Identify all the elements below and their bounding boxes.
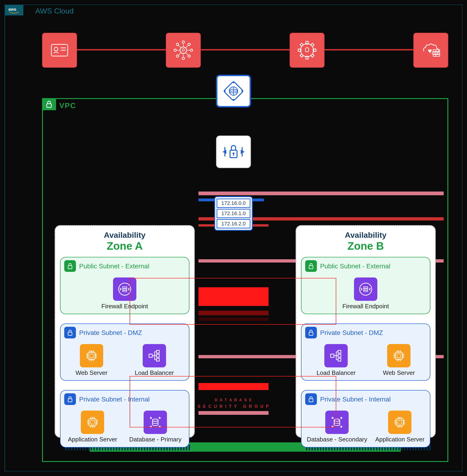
lock-icon [305,260,317,272]
svg-point-49 [119,283,131,295]
app-server-a: Application Server [68,410,117,443]
svg-rect-91 [363,289,368,290]
svg-rect-72 [68,399,72,402]
svg-point-44 [233,99,234,101]
web-server-a: Web Server [75,344,107,376]
compute-icon [80,344,103,367]
svg-rect-73 [89,419,96,426]
compute-icon [81,410,104,434]
svg-point-89 [360,283,372,295]
svg-line-20 [178,53,181,55]
lock-icon [305,327,317,338]
internet-gateway-icon [216,75,251,107]
connector-line [198,311,269,315]
lock-icon [64,260,76,272]
svg-line-19 [186,45,188,48]
firewall-icon [354,278,377,301]
vpc-badge [42,98,56,110]
svg-rect-95 [338,350,341,353]
svg-rect-55 [90,354,93,357]
connector-line [198,411,269,415]
subnet-public-a: Public Subnet - External Firewall Endpoi… [60,257,189,314]
svg-rect-90 [363,287,368,288]
svg-point-46 [241,90,243,92]
cidr-2: 172.16.2.0 [217,219,250,228]
database-icon [325,410,349,434]
svg-point-87 [153,419,158,421]
svg-rect-99 [397,354,401,357]
svg-point-7 [182,57,184,60]
db-security-group-label: D A T A B A S E S E C U R I T Y G R O U … [197,397,269,410]
svg-point-13 [188,55,190,57]
cidr-1: 172.16.1.0 [217,209,250,218]
connector-line [198,287,269,306]
waf-icon [413,33,448,68]
firewall-icon [113,278,136,301]
svg-point-5 [180,47,187,53]
lock-icon [64,327,76,338]
svg-point-10 [176,43,179,46]
connector-line [198,383,269,390]
az-b-title: Availability Zone B [301,231,430,252]
svg-rect-68 [149,354,152,357]
svg-point-43 [233,81,234,83]
availability-zone-a: Availability Zone A Public Subnet - Exte… [55,225,195,438]
svg-rect-92 [363,290,368,292]
svg-point-113 [334,419,340,421]
svg-rect-47 [47,104,51,107]
svg-rect-74 [91,420,94,424]
svg-point-11 [188,43,190,46]
security-hub-icon [166,33,201,68]
firewall-endpoint-a: Firewall Endpoint [101,278,148,310]
svg-rect-98 [395,352,402,359]
lock-icon [45,100,53,108]
subnet-internal-b: Private Subnet - Internal Database - Sec… [301,390,430,447]
svg-line-18 [178,45,181,48]
svg-rect-50 [123,287,127,288]
app-server-b: Application Server [375,410,425,443]
lock-icon [305,393,317,405]
subnet-internal-a: Private Subnet - Internal Application Se… [60,390,189,447]
connector-line [198,192,444,195]
firewall-endpoint-b: Firewall Endpoint [342,278,389,310]
availability-zone-b: Availability Zone B Public Subnet - Exte… [296,225,436,438]
compute-icon [388,410,411,434]
svg-rect-97 [338,358,341,361]
svg-rect-88 [309,265,313,269]
cidr-0: 172.16.0.0 [217,198,250,208]
aws-logo-icon: aws [8,7,20,13]
svg-rect-115 [398,420,402,424]
svg-rect-94 [331,354,334,357]
network-acl-icon [216,135,251,168]
vpc-label: VPC [59,101,76,110]
svg-rect-33 [433,54,440,56]
svg-point-8 [174,49,176,51]
database-primary: Database - Primary [129,410,182,443]
svg-rect-114 [396,419,403,426]
svg-rect-96 [338,354,341,357]
svg-point-2 [54,47,58,51]
load-balancer-icon [143,344,166,367]
load-balancer-b: Load Balancer [316,344,356,376]
database-secondary: Database - Secondary [307,410,367,443]
svg-point-6 [182,41,184,43]
compute-icon [387,344,411,367]
lock-icon [64,393,76,405]
config-icon [289,33,324,68]
svg-rect-112 [309,399,313,402]
aws-badge: aws [5,5,23,15]
svg-point-9 [190,49,193,51]
load-balancer-icon [324,344,348,367]
svg-rect-48 [68,265,72,269]
svg-rect-69 [156,350,159,353]
svg-text:aws: aws [8,7,16,12]
subnet-public-b: Public Subnet - External Firewall Endpoi… [301,257,430,314]
load-balancer-a: Load Balancer [135,344,174,376]
svg-rect-51 [123,289,127,290]
svg-rect-32 [432,52,440,54]
svg-point-12 [176,55,179,57]
svg-rect-93 [309,332,313,335]
connector-line [198,318,269,321]
subnet-dmz-a: Private Subnet - DMZ Web Server Load Bal… [60,323,189,381]
security-connector-line [42,49,448,51]
